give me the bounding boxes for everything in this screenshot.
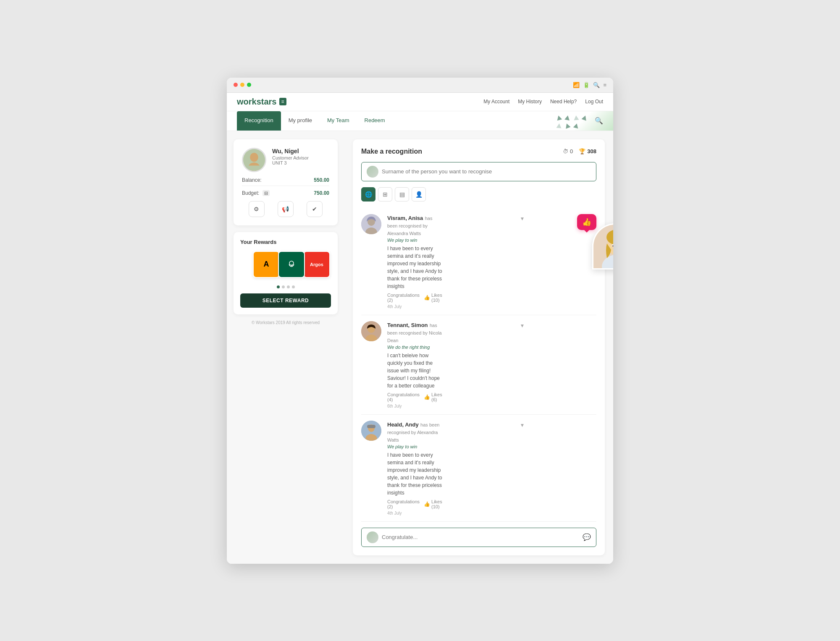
copyright: © Workstars 2019 All rights reserved [234,320,338,325]
my-account-link[interactable]: My Account [483,99,509,105]
trophy-stat: 🏆 308 [579,148,596,154]
profile-role: Customer Advisor [272,155,329,160]
filter-tabs: 🌐 ⊞ ▤ 👤 [361,187,596,201]
budget-label: Budget: ⊟ [242,190,270,196]
balance-label: Balance: [242,177,262,183]
recognition-title: Make a recognition [361,148,422,155]
feed-date-3: 4th July [387,511,442,515]
user-avatar [242,148,266,172]
feed-date-1: 4th July [387,304,442,309]
feed-tag-2: We do the right thing [387,345,442,350]
browser-dot-green[interactable] [247,83,251,87]
svg-rect-3 [243,165,265,171]
congratulate-input[interactable] [382,534,579,540]
search-browser-icon: 🔍 [593,82,600,88]
filter-tab-grid[interactable]: ⊞ [378,187,392,201]
feed-meta-3: Congratulations (2) 👍 Likes (10) [387,499,442,509]
avatar-image [243,149,265,171]
nav-search-icon[interactable]: 🔍 [595,117,603,125]
feed-like-3[interactable]: 👍 Likes (10) [424,499,442,509]
rewards-card: Your Rewards A ★ Argos [234,232,338,314]
feed-message-2: I can't beleive how quickly you fixed th… [387,352,442,390]
feed-congrats-1: Congratulations (2) [387,293,420,303]
congrat-avatar [367,531,378,543]
browser-dot-red[interactable] [234,83,238,87]
feed-content-1: Visram, Anisa has been recognised by Ale… [387,214,442,309]
feed-congrats-2: Congratulations (4) [387,392,420,402]
chevron-down-2[interactable]: ▼ [448,323,596,408]
browser-dot-yellow[interactable] [240,83,244,87]
chevron-down-1[interactable]: ▼ [448,216,596,309]
trophy-count: 308 [587,148,596,154]
feed-name-2: Tennant, Simon has been recognised by Ni… [387,321,442,344]
recognition-search-input[interactable] [382,168,591,175]
announce-button[interactable]: 📢 [278,201,294,217]
tab-recognition[interactable]: Recognition [237,111,281,131]
feed-content-2: Tennant, Simon has been recognised by Ni… [387,321,442,408]
profile-info: Wu, Nigel Customer Advisor UNIT 3 [272,148,329,165]
battery-icon: 🔋 [583,82,590,88]
feed-name-1: Visram, Anisa has been recognised by Ale… [387,214,442,237]
feed-message-3: I have been to every semina and it's rea… [387,451,442,497]
thumb-icon-2: 👍 [424,394,430,400]
tab-redeem[interactable]: Redeem [357,111,393,131]
rewards-dots [240,285,331,288]
dot-3 [287,285,290,288]
thumb-icon-3: 👍 [424,501,430,507]
profile-balance: Balance: 550.00 [242,177,329,183]
log-out-link[interactable]: Log Out [585,99,603,105]
clock-stat: ⏱ 0 [563,148,573,154]
tab-my-team[interactable]: My Team [320,111,357,131]
clock-count: 0 [570,148,573,154]
wifi-icon: 📶 [573,82,580,88]
feed-message-1: I have been to every semina and it's rea… [387,245,442,290]
feed-tag-1: We play to win [387,238,442,243]
feed-likes-3: Likes (10) [431,499,442,509]
starbucks-logo: ★ [278,251,305,278]
nav-decoration [556,115,588,131]
sidebar: Wu, Nigel Customer Advisor UNIT 3 Balanc… [227,131,344,564]
feed-meta-2: Congratulations (4) 👍 Likes (6) [387,392,442,402]
confirm-button[interactable]: ✔ [307,201,323,217]
profile-card: Wu, Nigel Customer Advisor UNIT 3 Balanc… [234,139,338,225]
profile-unit: UNIT 3 [272,160,329,165]
send-icon[interactable]: 💬 [583,533,591,541]
filter-tab-globe[interactable]: 🌐 [361,187,375,201]
like-badge[interactable]: 👍 [577,214,596,230]
logo-text: workstars [237,97,277,107]
thumb-icon-1: 👍 [424,295,430,301]
filter-tab-person[interactable]: 👤 [412,187,426,201]
select-reward-button[interactable]: SELECT REWARD [240,293,331,308]
dot-4 [292,285,295,288]
recognition-search-wrap [361,162,596,181]
congratulate-wrap: 💬 [361,528,596,547]
feed-likes-1: Likes (10) [431,293,442,303]
filter-tab-list[interactable]: ▤ [395,187,409,201]
main-area: Make a recognition ⏱ 0 🏆 308 [344,131,613,564]
tab-my-profile[interactable]: My profile [281,111,320,131]
clock-icon: ⏱ [563,148,568,154]
trophy-icon: 🏆 [579,148,585,154]
top-nav: workstars ≡ My Account My History Need H… [227,93,613,111]
balance-amount: 550.00 [314,177,329,183]
search-avatar [367,166,378,178]
feed-like-1[interactable]: 👍 Likes (10) [424,293,442,303]
svg-point-1 [250,152,258,162]
rewards-title: Your Rewards [240,239,331,245]
chevron-down-3[interactable]: ▼ [448,422,596,515]
feed-item-3: Heald, Andy has been recognised by Alexa… [361,415,596,522]
feed-content-3: Heald, Andy has been recognised by Alexa… [387,421,442,515]
need-help-link[interactable]: Need Help? [550,99,577,105]
settings-button[interactable]: ⚙ [249,201,265,217]
menu-icon: ≡ [603,82,606,88]
profile-budget: Budget: ⊟ 750.00 [242,186,329,196]
logo-icon: ≡ [279,98,286,105]
my-history-link[interactable]: My History [518,99,542,105]
argos-logo: Argos [303,251,330,278]
browser-bar: 📶 🔋 🔍 ≡ [227,78,613,93]
feed-avatar-3 [361,421,381,441]
profile-top: Wu, Nigel Customer Advisor UNIT 3 [242,148,329,172]
feed-like-2[interactable]: 👍 Likes (6) [424,392,442,402]
logo: workstars ≡ [237,97,286,107]
browser-icons: 📶 🔋 🔍 ≡ [573,82,606,88]
